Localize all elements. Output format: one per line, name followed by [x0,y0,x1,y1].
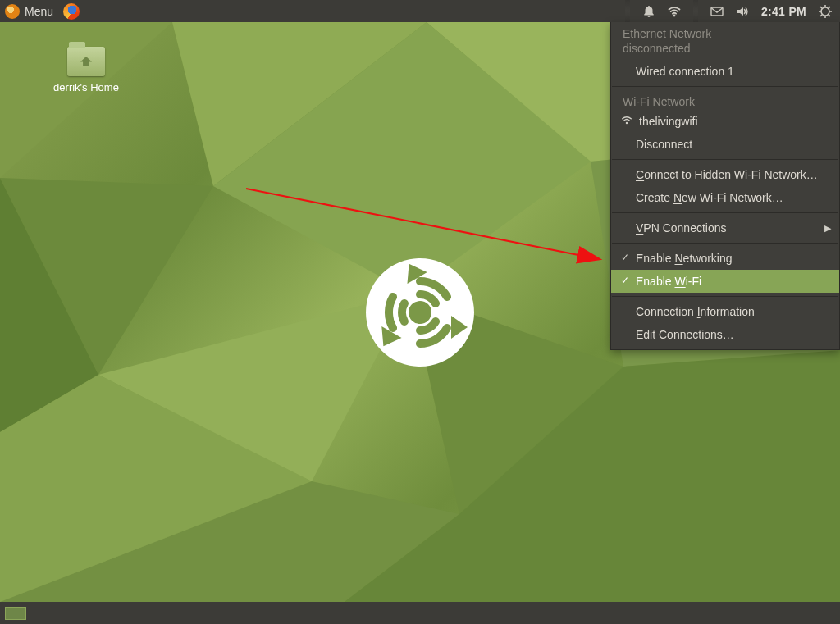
menu-separator [612,159,838,160]
wifi-ssid-label: thelivingwifi [639,115,698,128]
vpn-connections-item[interactable]: VPN Connections ▶ [611,216,839,239]
menu-label: Menu [25,5,53,18]
menu-separator [612,296,838,297]
svg-point-0 [673,14,676,16]
home-folder-icon [67,47,105,76]
enable-networking-item[interactable]: Enable Networking [611,247,839,270]
ethernet-header: Ethernet Network [611,22,839,42]
menu-separator [612,86,838,87]
svg-point-16 [409,301,431,324]
create-wifi-item[interactable]: Create New Wi-Fi Network… [611,186,839,209]
desktop-icon-home[interactable]: derrik's Home [45,47,127,93]
wifi-disconnect-item[interactable]: Disconnect [611,133,839,156]
desktop-icon-label: derrik's Home [45,81,127,93]
bottom-panel [0,602,840,624]
tray-separator [625,0,630,22]
clock[interactable]: 2:41 PM [761,5,806,18]
edit-connections-item[interactable]: Edit Connections… [611,323,839,346]
submenu-arrow-icon: ▶ [824,223,831,234]
notification-bell-icon[interactable] [642,5,655,18]
menu-launcher[interactable]: Menu [5,4,53,19]
menu-separator [612,212,838,213]
wifi-signal-icon [621,115,632,129]
top-panel-left: Menu [0,3,80,20]
ubuntu-mate-logo-icon [363,255,477,370]
firefox-icon[interactable] [63,3,80,20]
svg-point-2 [821,7,829,16]
menu-separator [612,243,838,244]
top-panel: Menu 2:41 PM [0,0,840,22]
enable-wifi-item[interactable]: Enable Wi-Fi [611,270,839,293]
workspace-thumb[interactable] [5,607,26,620]
wifi-indicator-icon[interactable] [668,5,681,18]
mail-icon[interactable] [710,5,724,18]
wired-connection-item[interactable]: Wired connection 1 [611,60,839,83]
svg-point-18 [626,122,628,124]
wifi-header: Wi-Fi Network [611,90,839,110]
ethernet-status: disconnected [611,42,839,60]
connection-info-item[interactable]: Connection Information [611,300,839,323]
network-menu: Ethernet Network disconnected Wired conn… [610,22,840,350]
ubuntu-mate-icon [5,4,20,19]
power-gear-icon[interactable] [819,5,832,18]
connect-hidden-wifi-item[interactable]: Connect to Hidden Wi-Fi Network… [611,163,839,186]
top-panel-right: 2:41 PM [625,0,840,22]
tray-separator [693,0,698,22]
svg-marker-3 [0,22,172,178]
wifi-ssid-item[interactable]: thelivingwifi [611,110,839,133]
volume-icon[interactable] [736,5,749,18]
